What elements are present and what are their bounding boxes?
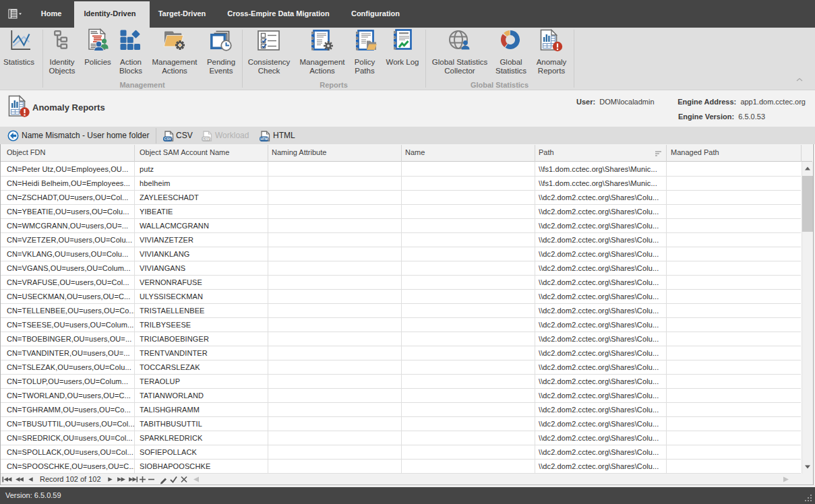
svg-text:HTM: HTM bbox=[260, 137, 268, 141]
svg-text:CSV: CSV bbox=[202, 137, 210, 141]
svg-text:CSV: CSV bbox=[164, 137, 171, 141]
